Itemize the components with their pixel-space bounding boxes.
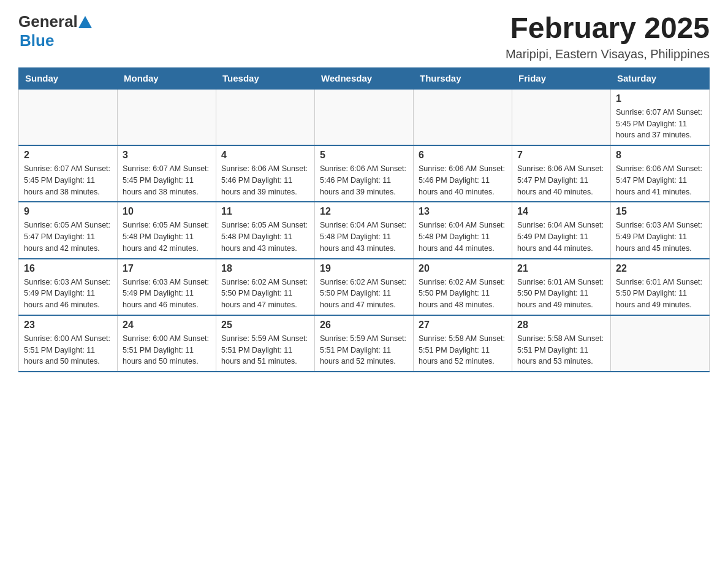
day-number: 21 bbox=[517, 263, 605, 274]
calendar-day-cell: 28Sunrise: 5:58 AM Sunset: 5:51 PM Dayli… bbox=[512, 315, 611, 372]
calendar-day-cell: 1Sunrise: 6:07 AM Sunset: 5:45 PM Daylig… bbox=[611, 89, 710, 145]
calendar-header-sunday: Sunday bbox=[19, 67, 118, 89]
calendar-header-wednesday: Wednesday bbox=[315, 67, 414, 89]
day-number: 8 bbox=[616, 150, 704, 161]
day-number: 6 bbox=[419, 150, 507, 161]
calendar-day-cell bbox=[118, 89, 216, 145]
day-info: Sunrise: 6:02 AM Sunset: 5:50 PM Dayligh… bbox=[320, 277, 408, 311]
calendar-day-cell bbox=[512, 89, 611, 145]
calendar-day-cell: 14Sunrise: 6:04 AM Sunset: 5:49 PM Dayli… bbox=[512, 202, 611, 258]
calendar-day-cell: 20Sunrise: 6:02 AM Sunset: 5:50 PM Dayli… bbox=[414, 259, 512, 315]
calendar-header-row: SundayMondayTuesdayWednesdayThursdayFrid… bbox=[19, 67, 710, 89]
calendar-header-saturday: Saturday bbox=[611, 67, 710, 89]
calendar-day-cell: 26Sunrise: 5:59 AM Sunset: 5:51 PM Dayli… bbox=[315, 315, 414, 372]
svg-marker-0 bbox=[78, 16, 92, 28]
day-number: 24 bbox=[123, 320, 211, 331]
day-info: Sunrise: 6:07 AM Sunset: 5:45 PM Dayligh… bbox=[616, 107, 704, 141]
calendar-day-cell: 12Sunrise: 6:04 AM Sunset: 5:48 PM Dayli… bbox=[315, 202, 414, 258]
calendar-table: SundayMondayTuesdayWednesdayThursdayFrid… bbox=[18, 67, 710, 372]
day-info: Sunrise: 6:00 AM Sunset: 5:51 PM Dayligh… bbox=[123, 333, 211, 367]
day-info: Sunrise: 6:04 AM Sunset: 5:49 PM Dayligh… bbox=[517, 220, 605, 254]
day-info: Sunrise: 6:03 AM Sunset: 5:49 PM Dayligh… bbox=[123, 277, 211, 311]
day-number: 12 bbox=[320, 206, 408, 217]
calendar-title: February 2025 bbox=[506, 12, 710, 45]
day-info: Sunrise: 5:58 AM Sunset: 5:51 PM Dayligh… bbox=[517, 333, 605, 367]
calendar-day-cell: 19Sunrise: 6:02 AM Sunset: 5:50 PM Dayli… bbox=[315, 259, 414, 315]
calendar-day-cell: 6Sunrise: 6:06 AM Sunset: 5:46 PM Daylig… bbox=[414, 145, 512, 202]
calendar-day-cell bbox=[19, 89, 118, 145]
day-info: Sunrise: 6:02 AM Sunset: 5:50 PM Dayligh… bbox=[419, 277, 507, 311]
calendar-day-cell: 25Sunrise: 5:59 AM Sunset: 5:51 PM Dayli… bbox=[216, 315, 315, 372]
day-number: 1 bbox=[616, 93, 704, 104]
day-number: 10 bbox=[123, 206, 211, 217]
day-number: 22 bbox=[616, 263, 704, 274]
day-number: 28 bbox=[517, 320, 605, 331]
calendar-day-cell: 2Sunrise: 6:07 AM Sunset: 5:45 PM Daylig… bbox=[19, 145, 118, 202]
calendar-day-cell: 23Sunrise: 6:00 AM Sunset: 5:51 PM Dayli… bbox=[19, 315, 118, 372]
logo-blue-text: Blue bbox=[20, 31, 54, 50]
calendar-day-cell bbox=[611, 315, 710, 372]
calendar-day-cell: 9Sunrise: 6:05 AM Sunset: 5:47 PM Daylig… bbox=[19, 202, 118, 258]
logo-triangle-icon bbox=[78, 16, 92, 28]
day-info: Sunrise: 6:06 AM Sunset: 5:47 PM Dayligh… bbox=[616, 163, 704, 197]
calendar-day-cell bbox=[315, 89, 414, 145]
calendar-day-cell bbox=[216, 89, 315, 145]
calendar-day-cell: 15Sunrise: 6:03 AM Sunset: 5:49 PM Dayli… bbox=[611, 202, 710, 258]
day-number: 15 bbox=[616, 206, 704, 217]
day-number: 11 bbox=[221, 206, 309, 217]
day-info: Sunrise: 6:06 AM Sunset: 5:46 PM Dayligh… bbox=[320, 163, 408, 197]
calendar-day-cell: 8Sunrise: 6:06 AM Sunset: 5:47 PM Daylig… bbox=[611, 145, 710, 202]
day-info: Sunrise: 6:03 AM Sunset: 5:49 PM Dayligh… bbox=[616, 220, 704, 254]
day-number: 14 bbox=[517, 206, 605, 217]
day-info: Sunrise: 6:02 AM Sunset: 5:50 PM Dayligh… bbox=[221, 277, 309, 311]
calendar-day-cell: 11Sunrise: 6:05 AM Sunset: 5:48 PM Dayli… bbox=[216, 202, 315, 258]
logo-general-text: General bbox=[18, 12, 78, 31]
day-number: 26 bbox=[320, 320, 408, 331]
calendar-day-cell: 4Sunrise: 6:06 AM Sunset: 5:46 PM Daylig… bbox=[216, 145, 315, 202]
calendar-day-cell: 22Sunrise: 6:01 AM Sunset: 5:50 PM Dayli… bbox=[611, 259, 710, 315]
day-number: 3 bbox=[123, 150, 211, 161]
day-number: 25 bbox=[221, 320, 309, 331]
day-info: Sunrise: 6:00 AM Sunset: 5:51 PM Dayligh… bbox=[24, 333, 112, 367]
day-number: 2 bbox=[24, 150, 112, 161]
day-info: Sunrise: 6:06 AM Sunset: 5:47 PM Dayligh… bbox=[517, 163, 605, 197]
calendar-day-cell: 24Sunrise: 6:00 AM Sunset: 5:51 PM Dayli… bbox=[118, 315, 216, 372]
page-header: General Blue February 2025 Maripipi, Eas… bbox=[18, 12, 710, 61]
calendar-week-row: 9Sunrise: 6:05 AM Sunset: 5:47 PM Daylig… bbox=[19, 202, 710, 258]
day-info: Sunrise: 6:03 AM Sunset: 5:49 PM Dayligh… bbox=[24, 277, 112, 311]
calendar-day-cell: 10Sunrise: 6:05 AM Sunset: 5:48 PM Dayli… bbox=[118, 202, 216, 258]
day-number: 18 bbox=[221, 263, 309, 274]
day-number: 17 bbox=[123, 263, 211, 274]
day-number: 20 bbox=[419, 263, 507, 274]
day-number: 19 bbox=[320, 263, 408, 274]
calendar-header-monday: Monday bbox=[118, 67, 216, 89]
day-number: 4 bbox=[221, 150, 309, 161]
calendar-week-row: 23Sunrise: 6:00 AM Sunset: 5:51 PM Dayli… bbox=[19, 315, 710, 372]
calendar-day-cell: 17Sunrise: 6:03 AM Sunset: 5:49 PM Dayli… bbox=[118, 259, 216, 315]
day-info: Sunrise: 5:58 AM Sunset: 5:51 PM Dayligh… bbox=[419, 333, 507, 367]
day-number: 23 bbox=[24, 320, 112, 331]
calendar-subtitle: Maripipi, Eastern Visayas, Philippines bbox=[506, 47, 710, 61]
day-number: 9 bbox=[24, 206, 112, 217]
calendar-day-cell: 7Sunrise: 6:06 AM Sunset: 5:47 PM Daylig… bbox=[512, 145, 611, 202]
calendar-week-row: 2Sunrise: 6:07 AM Sunset: 5:45 PM Daylig… bbox=[19, 145, 710, 202]
day-number: 16 bbox=[24, 263, 112, 274]
day-info: Sunrise: 6:06 AM Sunset: 5:46 PM Dayligh… bbox=[221, 163, 309, 197]
day-number: 7 bbox=[517, 150, 605, 161]
day-number: 27 bbox=[419, 320, 507, 331]
day-info: Sunrise: 6:06 AM Sunset: 5:46 PM Dayligh… bbox=[419, 163, 507, 197]
calendar-day-cell: 18Sunrise: 6:02 AM Sunset: 5:50 PM Dayli… bbox=[216, 259, 315, 315]
day-info: Sunrise: 6:01 AM Sunset: 5:50 PM Dayligh… bbox=[517, 277, 605, 311]
day-number: 13 bbox=[419, 206, 507, 217]
calendar-day-cell: 3Sunrise: 6:07 AM Sunset: 5:45 PM Daylig… bbox=[118, 145, 216, 202]
calendar-day-cell: 13Sunrise: 6:04 AM Sunset: 5:48 PM Dayli… bbox=[414, 202, 512, 258]
day-info: Sunrise: 5:59 AM Sunset: 5:51 PM Dayligh… bbox=[320, 333, 408, 367]
calendar-day-cell: 16Sunrise: 6:03 AM Sunset: 5:49 PM Dayli… bbox=[19, 259, 118, 315]
day-info: Sunrise: 6:04 AM Sunset: 5:48 PM Dayligh… bbox=[419, 220, 507, 254]
calendar-header-thursday: Thursday bbox=[414, 67, 512, 89]
day-info: Sunrise: 5:59 AM Sunset: 5:51 PM Dayligh… bbox=[221, 333, 309, 367]
calendar-week-row: 1Sunrise: 6:07 AM Sunset: 5:45 PM Daylig… bbox=[19, 89, 710, 145]
day-info: Sunrise: 6:05 AM Sunset: 5:48 PM Dayligh… bbox=[123, 220, 211, 254]
calendar-day-cell: 27Sunrise: 5:58 AM Sunset: 5:51 PM Dayli… bbox=[414, 315, 512, 372]
day-info: Sunrise: 6:01 AM Sunset: 5:50 PM Dayligh… bbox=[616, 277, 704, 311]
